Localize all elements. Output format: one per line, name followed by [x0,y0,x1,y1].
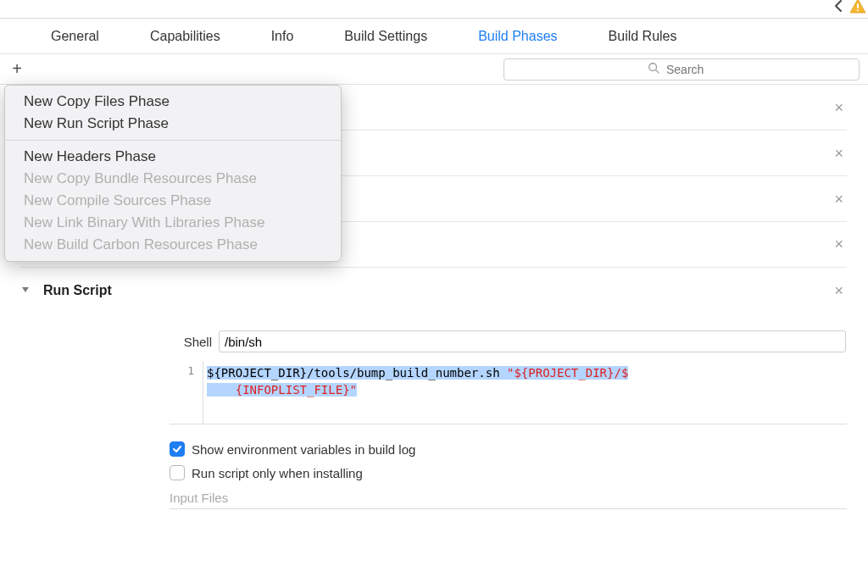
checkbox-show-env-label: Show environment variables in build log [192,442,415,457]
search-icon [648,62,659,76]
script-code-string1: "${PROJECT_DIR}/$ [507,366,628,380]
svg-rect-1 [857,9,859,11]
search-input[interactable] [665,62,715,77]
warning-icon[interactable] [849,0,866,14]
remove-phase-button[interactable]: × [834,98,843,116]
tab-capabilities[interactable]: Capabilities [125,19,246,54]
tab-build-settings[interactable]: Build Settings [319,19,453,54]
script-gutter: 1 [170,361,203,424]
tab-build-rules[interactable]: Build Rules [583,19,703,54]
script-code-string2: {INFOPLIST_FILE}" [207,383,357,397]
shell-input[interactable] [219,330,846,352]
sub-toolbar: + [0,54,868,85]
remove-phase-button[interactable]: × [834,144,843,162]
menu-new-copy-bundle: New Copy Bundle Resources Phase [5,168,341,190]
tab-info[interactable]: Info [246,19,320,54]
menu-separator [5,140,341,141]
tab-build-phases[interactable]: Build Phases [453,19,582,54]
window-top-strip [0,0,868,19]
checkbox-only-installing[interactable] [170,465,185,480]
menu-new-run-script[interactable]: New Run Script Phase [5,113,341,135]
remove-phase-button[interactable]: × [834,190,843,208]
back-chevron-icon[interactable] [832,0,844,14]
remove-phase-button[interactable]: × [834,282,843,300]
checkbox-only-installing-label: Run script only when installing [192,466,363,480]
search-field[interactable] [504,58,860,80]
phase-run-script-open[interactable]: Run Script × [21,268,847,313]
script-code-plain: ${PROJECT_DIR}/tools/bump_build_number.s… [207,366,507,380]
svg-rect-0 [857,3,859,8]
menu-new-compile-sources: New Compile Sources Phase [5,190,341,212]
disclosure-triangle-icon[interactable] [21,285,36,297]
svg-line-3 [656,70,659,74]
checkbox-show-env[interactable] [170,441,185,457]
input-files-header: Input Files [170,491,847,509]
remove-phase-button[interactable]: × [834,236,843,253]
menu-new-headers[interactable]: New Headers Phase [5,146,341,168]
add-phase-menu: New Copy Files Phase New Run Script Phas… [4,85,342,262]
phase-title: Run Script [43,283,112,298]
add-phase-button[interactable]: + [8,59,25,79]
menu-new-copy-files[interactable]: New Copy Files Phase [5,91,341,113]
tab-general[interactable]: General [25,19,125,54]
tab-bar: General Capabilities Info Build Settings… [0,19,868,54]
shell-label: Shell [170,335,212,349]
script-editor[interactable]: ${PROJECT_DIR}/tools/bump_build_number.s… [203,361,847,424]
menu-new-build-carbon: New Build Carbon Resources Phase [5,234,341,256]
menu-new-link-binary: New Link Binary With Libraries Phase [5,212,341,234]
